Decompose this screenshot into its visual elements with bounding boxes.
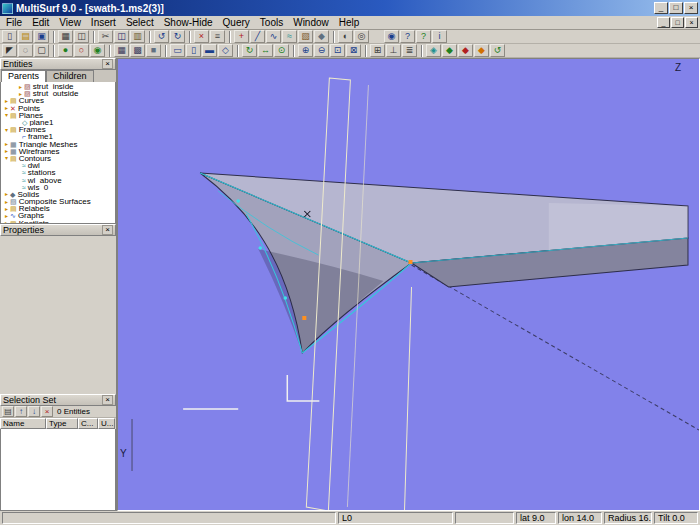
menu-item[interactable]: Tools: [255, 16, 288, 29]
toolbar-button[interactable]: [237, 45, 239, 57]
toolbar-button[interactable]: ×: [194, 30, 209, 43]
tree-item[interactable]: ▸ ▤ Curves: [1, 97, 115, 104]
toolbar-button[interactable]: [229, 31, 231, 43]
toolbar-button[interactable]: [109, 45, 111, 57]
selection-list[interactable]: [0, 429, 116, 511]
properties-panel-header[interactable]: Properties ×: [0, 224, 116, 236]
viewport-canvas[interactable]: Z Y: [118, 59, 699, 510]
toolbar-button[interactable]: [189, 31, 191, 43]
expand-arrow-icon[interactable]: ▸: [3, 148, 10, 154]
toolbar-button[interactable]: ▢: [34, 44, 49, 57]
toolbar-button[interactable]: ◈: [426, 44, 441, 57]
menu-item[interactable]: Insert: [86, 16, 121, 29]
tree-item[interactable]: ▸ ▦ Triangle Meshes: [1, 141, 115, 148]
toolbar-button[interactable]: [93, 31, 95, 43]
tab-parents[interactable]: Parents: [1, 70, 46, 82]
selection-tool-button[interactable]: ↓: [28, 406, 40, 417]
toolbar-button[interactable]: ⊖: [314, 44, 329, 57]
toolbar-button[interactable]: ◆: [458, 44, 473, 57]
toolbar-button[interactable]: ╱: [250, 30, 265, 43]
tree-item[interactable]: ▸ ▧ Composite Surfaces: [1, 198, 115, 205]
expand-arrow-icon[interactable]: ▸: [17, 84, 24, 90]
selection-panel-header[interactable]: Selection Set ×: [0, 394, 116, 406]
tree-item[interactable]: ▸ ∿ Graphs: [1, 212, 115, 219]
menu-item[interactable]: File: [1, 16, 27, 29]
column-header[interactable]: Type: [46, 418, 78, 429]
toolbar-button[interactable]: ↻: [170, 30, 185, 43]
toolbar-button[interactable]: ↻: [242, 44, 257, 57]
tree-item[interactable]: ▸ ▦ Wireframes: [1, 148, 115, 155]
selection-close-icon[interactable]: ×: [102, 395, 113, 405]
mdi-close-button[interactable]: ×: [685, 17, 698, 28]
entities-close-icon[interactable]: ×: [102, 59, 113, 69]
viewport-3d[interactable]: Z Y: [117, 58, 700, 511]
column-header[interactable]: U...: [98, 418, 115, 429]
tab-children[interactable]: Children: [46, 70, 94, 82]
toolbar-button[interactable]: [333, 31, 335, 43]
expand-arrow-icon[interactable]: ▸: [3, 98, 10, 104]
tree-item[interactable]: ≈ wl_above: [1, 176, 115, 183]
toolbar-button[interactable]: ◉: [90, 44, 105, 57]
menu-item[interactable]: Window: [288, 16, 334, 29]
tree-item[interactable]: ≈ dwl: [1, 162, 115, 169]
toolbar-button[interactable]: ▤: [18, 30, 33, 43]
entities-tree[interactable]: ▸ ▨ strut_inside ▸ ▨ strut_outside ▸: [0, 82, 116, 224]
selection-tool-button[interactable]: ↑: [15, 406, 27, 417]
toolbar-button[interactable]: [53, 31, 55, 43]
expand-arrow-icon[interactable]: ▾: [3, 155, 10, 161]
toolbar-button[interactable]: ▯: [186, 44, 201, 57]
mdi-restore-button[interactable]: □: [671, 17, 684, 28]
tree-item[interactable]: ▸ ◆ Solids: [1, 191, 115, 198]
menu-item[interactable]: Query: [218, 16, 255, 29]
close-button[interactable]: ×: [684, 2, 698, 14]
properties-close-icon[interactable]: ×: [102, 225, 113, 235]
toolbar-button[interactable]: ▦: [58, 30, 73, 43]
selection-tool-button[interactable]: ×: [41, 406, 53, 417]
toolbar-button[interactable]: ?: [416, 30, 431, 43]
toolbar-button[interactable]: ○: [74, 44, 89, 57]
toolbar-button[interactable]: ◫: [74, 30, 89, 43]
toolbar-button[interactable]: ⊕: [298, 44, 313, 57]
tree-item[interactable]: ▸ ▨ strut_outside: [1, 90, 115, 97]
tree-item[interactable]: ≈ stations: [1, 169, 115, 176]
toolbar-button[interactable]: i: [432, 30, 447, 43]
point-marker-cyan[interactable]: [283, 296, 287, 300]
tree-item[interactable]: ▾ ▤ Planes: [1, 112, 115, 119]
column-header[interactable]: C...: [78, 418, 98, 429]
toolbar-button[interactable]: ▭: [170, 44, 185, 57]
toolbar-button[interactable]: ◐: [338, 30, 353, 43]
expand-arrow-icon[interactable]: ▸: [3, 199, 10, 205]
toolbar-button[interactable]: ▧: [298, 30, 313, 43]
expand-arrow-icon[interactable]: ▾: [3, 112, 10, 118]
toolbar-button[interactable]: ⊥: [386, 44, 401, 57]
menu-item[interactable]: Select: [121, 16, 159, 29]
toolbar-button[interactable]: +: [234, 30, 249, 43]
toolbar-button[interactable]: ◆: [474, 44, 489, 57]
toolbar-button[interactable]: ✂: [98, 30, 113, 43]
toolbar-button[interactable]: [53, 45, 55, 57]
point-marker-orange[interactable]: [302, 316, 306, 320]
maximize-button[interactable]: □: [669, 2, 683, 14]
toolbar-button[interactable]: ↺: [490, 44, 505, 57]
expand-arrow-icon[interactable]: ▸: [3, 206, 10, 212]
toolbar-button[interactable]: [149, 31, 151, 43]
menu-item[interactable]: Help: [334, 16, 365, 29]
tree-item[interactable]: ≈ wls_0: [1, 184, 115, 191]
toolbar-button[interactable]: ◆: [314, 30, 329, 43]
point-marker-cyan[interactable]: [258, 246, 262, 250]
point-marker-cyan[interactable]: [236, 199, 240, 203]
toolbar-button[interactable]: ≡: [210, 30, 225, 43]
expand-arrow-icon[interactable]: ▸: [3, 213, 10, 219]
toolbar-button[interactable]: ◫: [114, 30, 129, 43]
toolbar-button[interactable]: ⊡: [330, 44, 345, 57]
toolbar-button[interactable]: ≣: [402, 44, 417, 57]
toolbar-button[interactable]: ◇: [218, 44, 233, 57]
toolbar-button[interactable]: ■: [146, 44, 161, 57]
expand-arrow-icon[interactable]: ▸: [3, 105, 10, 111]
mdi-minimize-button[interactable]: _: [657, 17, 670, 28]
toolbar-button[interactable]: ◆: [442, 44, 457, 57]
toolbar-button[interactable]: [165, 45, 167, 57]
toolbar-button[interactable]: ◉: [384, 30, 399, 43]
toolbar-button[interactable]: ↺: [154, 30, 169, 43]
expand-arrow-icon[interactable]: ▸: [3, 191, 10, 197]
